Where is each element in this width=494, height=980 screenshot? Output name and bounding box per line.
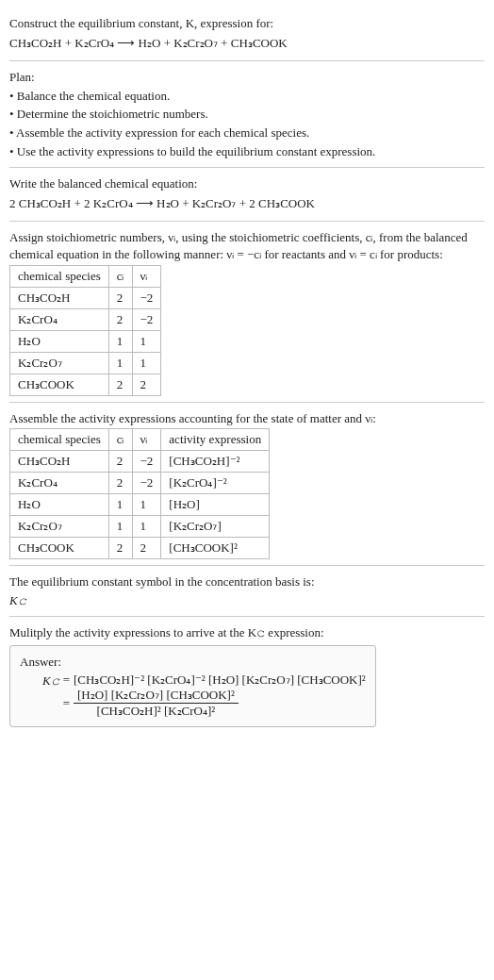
plan-item: • Use the activity expressions to build … <box>9 143 485 160</box>
cell-species: CH₃COOK <box>10 538 109 559</box>
answer-fraction: [H₂O] [K₂Cr₂O₇] [CH₃COOK]² [CH₃CO₂H]² [K… <box>74 688 239 719</box>
cell-vi: −2 <box>132 308 161 330</box>
cell-expr: [H₂O] <box>161 494 270 516</box>
col-species: chemical species <box>10 429 109 451</box>
cell-ci: 1 <box>108 516 132 538</box>
prompt-title: Construct the equilibrium constant, K, e… <box>9 15 485 32</box>
cell-ci: 1 <box>108 352 132 374</box>
answer-rhs: = [CH₃CO₂H]⁻² [K₂CrO₄]⁻² [H₂O] [K₂Cr₂O₇]… <box>59 673 366 719</box>
plan-item: • Balance the chemical equation. <box>9 88 485 105</box>
table-row: K₂CrO₄ 2 −2 [K₂CrO₄]⁻² <box>10 473 270 494</box>
cell-expr: [K₂CrO₄]⁻² <box>161 473 270 494</box>
stoich-intro: Assign stoichiometric numbers, νᵢ, using… <box>9 229 485 262</box>
cell-vi: 1 <box>132 516 161 538</box>
cell-vi: 1 <box>132 494 161 516</box>
cell-ci: 2 <box>108 451 132 473</box>
symbol-kc: K𝚌 <box>9 592 485 609</box>
cell-ci: 2 <box>108 538 132 559</box>
activity-intro: Assemble the activity expressions accoun… <box>9 410 485 427</box>
answer-lhs-symbol: K𝚌 <box>42 673 59 688</box>
fraction-denominator: [CH₃CO₂H]² [K₂CrO₄]² <box>74 704 239 719</box>
answer-box: Answer: K𝚌 = [CH₃CO₂H]⁻² [K₂CrO₄]⁻² [H₂O… <box>9 645 376 728</box>
cell-species: H₂O <box>10 494 109 516</box>
cell-ci: 2 <box>108 308 132 330</box>
table-row: K₂Cr₂O₇ 1 1 [K₂Cr₂O₇] <box>10 516 270 538</box>
table-row: CH₃COOK 2 2 [CH₃COOK]² <box>10 538 270 559</box>
plan-heading: Plan: <box>9 69 485 86</box>
answer-expression: K𝚌 = [CH₃CO₂H]⁻² [K₂CrO₄]⁻² [H₂O] [K₂Cr₂… <box>20 673 366 719</box>
answer-row1: = [CH₃CO₂H]⁻² [K₂CrO₄]⁻² [H₂O] [K₂Cr₂O₇]… <box>59 673 366 688</box>
equals-sign: = <box>59 673 74 688</box>
cell-vi: 2 <box>132 374 161 395</box>
answer-label: Answer: <box>20 654 366 671</box>
stoich-section: Assign stoichiometric numbers, νᵢ, using… <box>9 222 485 402</box>
symbol-section: The equilibrium constant symbol in the c… <box>9 566 485 617</box>
plan-item: • Assemble the activity expression for e… <box>9 125 485 141</box>
cell-species: K₂CrO₄ <box>10 473 109 494</box>
cell-vi: −2 <box>132 473 161 494</box>
cell-species: K₂Cr₂O₇ <box>10 352 109 374</box>
cell-vi: 1 <box>132 352 161 374</box>
fraction-numerator: [H₂O] [K₂Cr₂O₇] [CH₃COOK]² <box>74 688 239 704</box>
cell-ci: 2 <box>108 473 132 494</box>
col-ci: cᵢ <box>108 429 132 451</box>
table-header-row: chemical species cᵢ νᵢ <box>10 265 161 287</box>
activity-table: chemical species cᵢ νᵢ activity expressi… <box>9 428 270 559</box>
table-row: CH₃COOK 2 2 <box>10 374 161 395</box>
multiply-section: Mulitply the activity expressions to arr… <box>9 617 485 733</box>
cell-ci: 2 <box>108 374 132 395</box>
cell-vi: 2 <box>132 538 161 559</box>
multiply-intro: Mulitply the activity expressions to arr… <box>9 624 485 641</box>
cell-vi: 1 <box>132 330 161 352</box>
cell-expr: [K₂Cr₂O₇] <box>161 516 270 538</box>
balanced-section: Write the balanced chemical equation: 2 … <box>9 168 485 222</box>
table-header-row: chemical species cᵢ νᵢ activity expressi… <box>10 429 270 451</box>
balanced-equation: 2 CH₃CO₂H + 2 K₂CrO₄ ⟶ H₂O + K₂Cr₂O₇ + 2… <box>9 194 485 214</box>
equals-sign: = <box>59 696 74 711</box>
col-species: chemical species <box>10 265 109 287</box>
cell-species: K₂CrO₄ <box>10 308 109 330</box>
table-row: H₂O 1 1 [H₂O] <box>10 494 270 516</box>
prompt-equation: CH₃CO₂H + K₂CrO₄ ⟶ H₂O + K₂Cr₂O₇ + CH₃CO… <box>9 34 485 54</box>
plan-item: • Determine the stoichiometric numbers. <box>9 106 485 123</box>
prompt-section: Construct the equilibrium constant, K, e… <box>9 8 485 61</box>
prompt-title-text: Construct the equilibrium constant, K, e… <box>9 16 273 30</box>
cell-species: CH₃CO₂H <box>10 287 109 308</box>
col-ci: cᵢ <box>108 265 132 287</box>
table-row: K₂CrO₄ 2 −2 <box>10 308 161 330</box>
table-row: K₂Cr₂O₇ 1 1 <box>10 352 161 374</box>
answer-lhs: K𝚌 <box>20 673 59 689</box>
table-row: CH₃CO₂H 2 −2 <box>10 287 161 308</box>
cell-vi: −2 <box>132 451 161 473</box>
cell-ci: 1 <box>108 494 132 516</box>
answer-row1-expr: [CH₃CO₂H]⁻² [K₂CrO₄]⁻² [H₂O] [K₂Cr₂O₇] [… <box>74 673 366 688</box>
cell-ci: 1 <box>108 330 132 352</box>
cell-species: H₂O <box>10 330 109 352</box>
cell-species: K₂Cr₂O₇ <box>10 516 109 538</box>
symbol-text: The equilibrium constant symbol in the c… <box>9 573 485 590</box>
table-row: CH₃CO₂H 2 −2 [CH₃CO₂H]⁻² <box>10 451 270 473</box>
col-vi: νᵢ <box>132 429 161 451</box>
cell-species: CH₃COOK <box>10 374 109 395</box>
balanced-heading: Write the balanced chemical equation: <box>9 175 485 192</box>
activity-section: Assemble the activity expressions accoun… <box>9 403 485 567</box>
cell-expr: [CH₃CO₂H]⁻² <box>161 451 270 473</box>
stoich-table: chemical species cᵢ νᵢ CH₃CO₂H 2 −2 K₂Cr… <box>9 265 161 396</box>
table-row: H₂O 1 1 <box>10 330 161 352</box>
cell-species: CH₃CO₂H <box>10 451 109 473</box>
plan-section: Plan: • Balance the chemical equation. •… <box>9 61 485 168</box>
col-expr: activity expression <box>161 429 270 451</box>
col-vi: νᵢ <box>132 265 161 287</box>
cell-expr: [CH₃COOK]² <box>161 538 270 559</box>
cell-ci: 2 <box>108 287 132 308</box>
cell-vi: −2 <box>132 287 161 308</box>
symbol-kc-value: K𝚌 <box>9 593 26 607</box>
answer-row2: = [H₂O] [K₂Cr₂O₇] [CH₃COOK]² [CH₃CO₂H]² … <box>59 688 366 719</box>
